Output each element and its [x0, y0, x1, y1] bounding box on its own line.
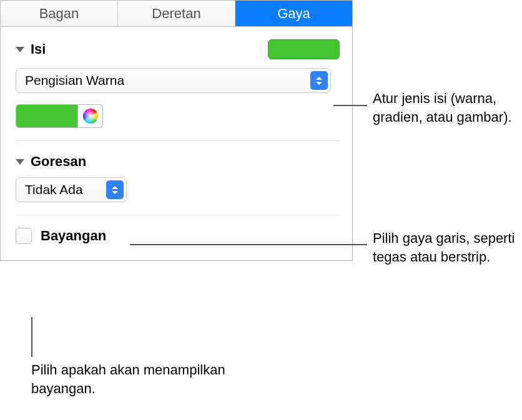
callout-line — [130, 244, 367, 245]
chevron-down-icon[interactable] — [16, 47, 24, 52]
fill-color-swatch[interactable] — [16, 104, 78, 128]
callout-shadow-toggle: Pilih apakah akan menampilkan bayangan. — [31, 361, 231, 398]
chevron-down-icon[interactable] — [16, 159, 24, 165]
fill-type-popup[interactable]: Pengisian Warna — [16, 68, 331, 93]
tab-series[interactable]: Deretan — [118, 1, 235, 26]
stroke-style-popup[interactable]: Tidak Ada — [16, 177, 127, 202]
svg-point-0 — [83, 109, 98, 124]
fill-preview-swatch[interactable] — [268, 39, 340, 59]
shadow-checkbox[interactable] — [16, 228, 32, 244]
panel-body: Isi Pengisian Warna — [1, 27, 352, 260]
fill-color-controls — [16, 104, 340, 128]
color-wheel-button[interactable] — [78, 104, 103, 128]
popup-stepper-icon — [106, 180, 124, 199]
callout-line — [31, 317, 32, 357]
stroke-style-value: Tidak Ada — [16, 182, 106, 197]
inspector-panel: Bagan Deretan Gaya Isi Pengisian Warna — [0, 0, 353, 261]
stroke-section-title: Goresan — [31, 154, 86, 170]
callout-fill-type: Atur jenis isi (warna, gradien, atau gam… — [373, 89, 516, 126]
tab-style[interactable]: Gaya — [235, 1, 352, 26]
tab-bar: Bagan Deretan Gaya — [1, 1, 352, 27]
shadow-label: Bayangan — [41, 228, 106, 244]
divider — [16, 140, 340, 141]
callout-line — [333, 105, 367, 106]
popup-stepper-icon — [310, 71, 328, 90]
callout-stroke-style: Pilih gaya garis, seperti tegas atau ber… — [373, 229, 516, 266]
tab-chart[interactable]: Bagan — [1, 1, 118, 26]
shadow-row: Bayangan — [16, 228, 340, 244]
fill-type-value: Pengisian Warna — [16, 73, 310, 88]
fill-section-title: Isi — [31, 41, 46, 57]
fill-section-header: Isi — [16, 39, 340, 59]
stroke-section-header: Goresan — [16, 154, 340, 170]
color-wheel-icon — [82, 108, 99, 124]
divider — [16, 215, 340, 215]
